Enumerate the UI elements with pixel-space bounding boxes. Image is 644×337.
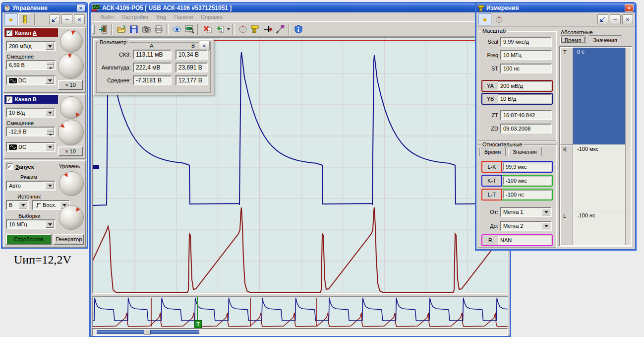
menu-items: ФайлНастройкиВидПанелиСправка <box>96 13 226 20</box>
channel-a-checkbox[interactable]: ✓ <box>6 30 12 36</box>
channel-b-scale-select[interactable]: 10 В/д <box>6 108 56 118</box>
delete-icon[interactable]: 1 <box>201 23 214 35</box>
favorites-button[interactable]: ★ <box>4 13 17 25</box>
channel-b-x10-button[interactable]: × 10 <box>58 146 83 156</box>
to-select[interactable]: Метка 2 <box>500 221 552 231</box>
chevron-down-icon[interactable] <box>46 182 54 189</box>
channel-a-scale-knob[interactable] <box>58 53 84 79</box>
main-titlebar[interactable]: АСК-4106-РО5 [ USB АСК-4106 #5371251051 … <box>91 3 510 12</box>
channel-a-header[interactable]: ✓ Канал А <box>4 28 58 37</box>
from-select[interactable]: Метка 1 <box>500 207 552 217</box>
channel-b-scale-knob[interactable] <box>58 120 84 145</box>
voltmeter-close-button[interactable]: ✕ <box>199 41 210 51</box>
measure-titlebar[interactable]: Измерения ✕ <box>476 3 635 12</box>
measure-chart-button[interactable] <box>597 14 608 24</box>
channel-a-x10-button[interactable]: × 10 <box>58 80 83 90</box>
chevron-down-icon[interactable] <box>542 208 550 215</box>
freq-label: Freq <box>482 52 500 58</box>
measure-tool-button[interactable] <box>18 13 31 25</box>
menu-gripper[interactable] <box>92 12 94 21</box>
menu-item-3[interactable]: Панели <box>170 13 197 20</box>
channel-b-checkbox[interactable]: ✓ <box>6 96 12 103</box>
yb-row: YB 10 В/д <box>481 93 553 105</box>
voltmeter-amplitude-b: 23,691 В <box>176 63 208 72</box>
tools-icon[interactable] <box>274 23 286 35</box>
marker-icon[interactable] <box>261 23 274 35</box>
view-icon[interactable] <box>171 23 183 35</box>
toolbar-separator <box>167 24 169 35</box>
sampling-select[interactable]: 10 МГц <box>6 219 56 229</box>
list-scrollbar[interactable] <box>625 48 631 245</box>
trigger-mode-select[interactable]: Авто <box>6 181 56 191</box>
trigger-level-knob[interactable] <box>59 171 84 196</box>
favorites-button[interactable]: ★ <box>478 13 491 25</box>
channel-a-offset-input[interactable]: 6,59 В <box>6 60 56 70</box>
menu-item-4[interactable]: Справка <box>197 13 226 20</box>
row-k-label: K <box>560 145 573 211</box>
info-icon[interactable] <box>292 23 304 35</box>
knob-tool-button[interactable] <box>492 13 505 25</box>
ruler-icon[interactable] <box>249 23 261 35</box>
stroboscope-button[interactable]: Стробоскоп <box>6 234 52 245</box>
knob-icon[interactable] <box>236 23 249 35</box>
pan-slider[interactable] <box>92 328 508 336</box>
spinner-arrows[interactable] <box>47 62 54 68</box>
menu-item-2[interactable]: Вид <box>152 13 170 20</box>
print-icon[interactable] <box>152 23 165 35</box>
exit-icon[interactable] <box>97 23 109 35</box>
tab-relative-values[interactable]: Значения <box>508 147 542 156</box>
display-icon[interactable] <box>183 23 195 35</box>
main-window-title: АСК-4106-РО5 [ USB АСК-4106 #5371251051 … <box>102 4 508 11</box>
slider-bar-right[interactable] <box>150 330 199 334</box>
overview-strip[interactable]: T <box>92 296 508 328</box>
chevron-down-icon[interactable] <box>542 222 550 229</box>
chevron-down-icon[interactable] <box>46 77 54 84</box>
tab-absolute-time[interactable]: Время <box>560 35 586 44</box>
absolute-list[interactable]: T 0 с K -100 мкс L -100 нс <box>559 46 632 247</box>
generator-button[interactable]: Генератор <box>54 234 84 245</box>
measure-close-button[interactable]: ✕ <box>625 4 634 12</box>
trigger-checkbox[interactable]: ✓ <box>6 163 13 170</box>
sampling-knob[interactable] <box>59 205 84 230</box>
save-icon[interactable] <box>127 23 140 35</box>
channel-b-header[interactable]: ✓ Канал В <box>4 95 58 104</box>
control-close-button[interactable]: ✕ <box>76 4 85 12</box>
voltmeter-row-label: Среднее: <box>95 77 133 83</box>
control-chart-button[interactable] <box>49 14 60 24</box>
control-maximize-button[interactable]: ✕ <box>74 14 85 24</box>
channel-b-position-knob[interactable] <box>60 96 83 119</box>
chevron-down-icon[interactable] <box>46 221 54 228</box>
tab-absolute-values[interactable]: Значения <box>588 35 622 44</box>
menu-item-1[interactable]: Настройки <box>117 13 152 20</box>
spinner-arrows[interactable] <box>47 128 54 135</box>
camera-icon[interactable] <box>140 23 152 35</box>
menu-item-0[interactable]: Файл <box>96 13 117 20</box>
channel-a-scale-select[interactable]: 200 мВ/д <box>6 41 56 51</box>
trigger-enable[interactable]: ✓ Запуск <box>6 163 34 170</box>
chevron-down-icon[interactable] <box>19 202 27 208</box>
list-row-k[interactable]: K -100 мкс <box>560 145 625 211</box>
chevron-down-icon[interactable] <box>46 109 54 116</box>
list-row-t[interactable]: T 0 с <box>560 48 625 145</box>
trigger-marker[interactable]: T <box>194 320 202 328</box>
measure-minimize-button[interactable]: ─ <box>610 14 621 24</box>
measure-maximize-button[interactable]: ✕ <box>622 14 633 24</box>
chevron-down-icon[interactable] <box>46 43 54 50</box>
open-icon[interactable] <box>115 23 127 35</box>
channel-a-position-knob[interactable] <box>60 30 83 53</box>
trigger-source-select[interactable]: B <box>6 200 29 210</box>
toolbar-gripper[interactable] <box>92 25 95 34</box>
channel-a-coupling-select[interactable]: DC <box>6 75 56 85</box>
import-dropdown-arrow[interactable] <box>226 23 231 35</box>
tab-relative-time[interactable]: Время <box>479 147 506 156</box>
control-titlebar[interactable]: Управление ✕ <box>2 3 87 12</box>
list-row-l[interactable]: L -100 нс <box>560 211 625 245</box>
channel-b-coupling-select[interactable]: DC <box>6 142 56 152</box>
import-icon[interactable]: 1 <box>214 23 226 35</box>
zt-label: ZT <box>482 112 500 118</box>
slider-bar-left[interactable] <box>97 330 144 334</box>
chevron-down-icon[interactable] <box>46 143 54 150</box>
control-minimize-button[interactable]: ─ <box>61 14 72 24</box>
channel-b-offset-input[interactable]: -12,6 В <box>6 127 56 136</box>
to-label: До: <box>482 223 500 229</box>
